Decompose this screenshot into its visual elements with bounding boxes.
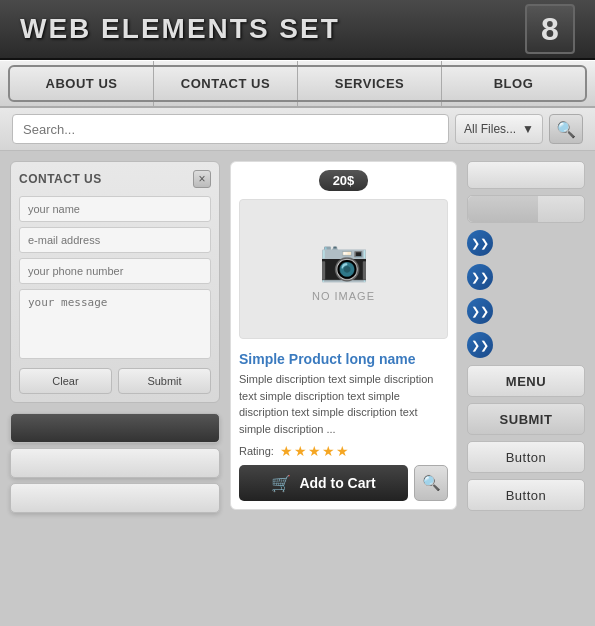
clear-button[interactable]: Clear xyxy=(19,368,112,394)
small-dark-button[interactable] xyxy=(10,413,220,443)
center-panel: 20$ 📷 NO IMAGE Simple Product long name … xyxy=(230,161,457,615)
right-btn-progress[interactable] xyxy=(467,195,585,223)
camera-icon: 📷 xyxy=(319,237,369,284)
main-content: CONTACT US × Clear Submit 20$ 📷 xyxy=(0,151,595,625)
contact-form-header: CONTACT US × xyxy=(19,170,211,188)
add-to-cart-label: Add to Cart xyxy=(299,475,375,491)
nav-item-services[interactable]: SERVICES xyxy=(298,61,442,106)
product-name: Simple Product long name xyxy=(231,347,456,371)
search-bar: All Files... ▼ 🔍 xyxy=(0,108,595,151)
right-icon-btn-2[interactable]: ❯❯ xyxy=(467,263,585,291)
nav-item-about[interactable]: ABOUT US xyxy=(10,61,154,106)
add-to-cart-button[interactable]: 🛒 Add to Cart xyxy=(239,465,408,501)
product-description: Simple discription text simple discripti… xyxy=(231,371,456,437)
name-input[interactable] xyxy=(19,196,211,222)
rating-label: Rating: xyxy=(239,445,274,457)
rating-row: Rating: ★★★★★ xyxy=(231,437,456,465)
search-button[interactable]: 🔍 xyxy=(549,114,583,144)
header-title: WEB ELEMENTS SET xyxy=(20,13,340,45)
product-card: 20$ 📷 NO IMAGE Simple Product long name … xyxy=(230,161,457,510)
message-input[interactable] xyxy=(19,289,211,359)
button-1[interactable]: Button xyxy=(467,441,585,473)
close-button[interactable]: × xyxy=(193,170,211,188)
search-icon: 🔍 xyxy=(556,120,576,139)
contact-form-box: CONTACT US × Clear Submit xyxy=(10,161,220,403)
chevron-double-icon-4: ❯❯ xyxy=(467,332,493,358)
submit-button[interactable]: SUBMIT xyxy=(467,403,585,435)
add-to-cart-row: 🛒 Add to Cart 🔍 xyxy=(231,465,456,509)
small-button-group xyxy=(10,413,220,513)
form-buttons: Clear Submit xyxy=(19,368,211,394)
cart-icon: 🛒 xyxy=(271,474,291,493)
no-image-label: NO IMAGE xyxy=(312,290,375,302)
header-number: 8 xyxy=(525,4,575,54)
menu-button[interactable]: MENU xyxy=(467,365,585,397)
small-light-button[interactable] xyxy=(10,448,220,478)
search-dropdown-label: All Files... xyxy=(464,122,516,136)
header: WEB ELEMENTS SET 8 xyxy=(0,0,595,60)
search-dropdown[interactable]: All Files... ▼ xyxy=(455,114,543,144)
phone-input[interactable] xyxy=(19,258,211,284)
chevron-down-icon: ▼ xyxy=(522,122,534,136)
submit-form-button[interactable]: Submit xyxy=(118,368,211,394)
chevron-double-icon-2: ❯❯ xyxy=(467,264,493,290)
search-small-icon: 🔍 xyxy=(422,474,441,492)
small-light-button-2[interactable] xyxy=(10,483,220,513)
right-btn-1[interactable] xyxy=(467,161,585,189)
star-rating: ★★★★★ xyxy=(280,443,350,459)
price-wrapper: 20$ xyxy=(231,162,456,199)
chevron-double-icon-1: ❯❯ xyxy=(467,230,493,256)
right-panel: ❯❯ ❯❯ ❯❯ ❯❯ MENU SUBMIT Button Button xyxy=(467,161,585,615)
search-input[interactable] xyxy=(12,114,449,144)
chevron-double-icon-3: ❯❯ xyxy=(467,298,493,324)
navbar: ABOUT US CONTACT US SERVICES BLOG xyxy=(0,60,595,108)
email-input[interactable] xyxy=(19,227,211,253)
nav-item-blog[interactable]: BLOG xyxy=(442,61,585,106)
product-search-button[interactable]: 🔍 xyxy=(414,465,448,501)
nav-item-contact[interactable]: CONTACT US xyxy=(154,61,298,106)
right-icon-btn-1[interactable]: ❯❯ xyxy=(467,229,585,257)
right-icon-btn-3[interactable]: ❯❯ xyxy=(467,297,585,325)
button-2[interactable]: Button xyxy=(467,479,585,511)
contact-form-title: CONTACT US xyxy=(19,172,102,186)
product-image: 📷 NO IMAGE xyxy=(239,199,448,339)
price-badge: 20$ xyxy=(319,170,369,191)
left-panel: CONTACT US × Clear Submit xyxy=(10,161,220,615)
right-icon-btn-4[interactable]: ❯❯ xyxy=(467,331,585,359)
